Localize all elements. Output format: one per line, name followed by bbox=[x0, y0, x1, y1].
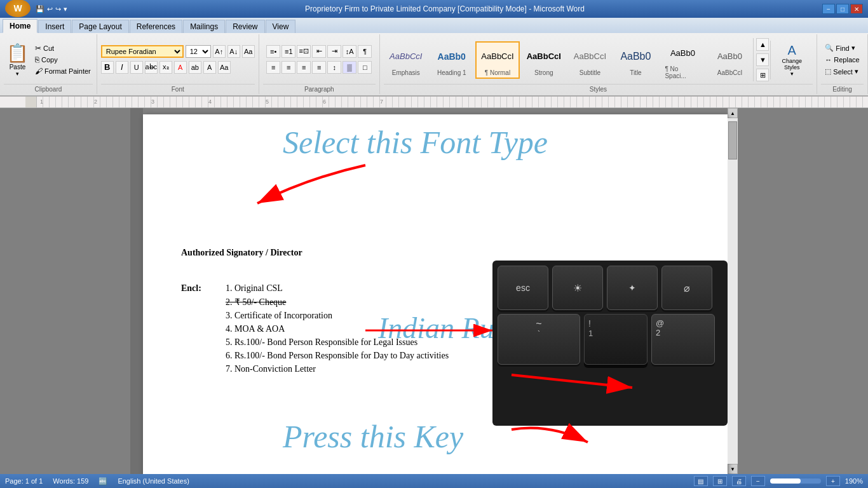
copy-button[interactable]: ⎘ Copy bbox=[33, 55, 93, 65]
align-center-button[interactable]: ≡ bbox=[281, 61, 295, 74]
maximize-button[interactable]: □ bbox=[836, 4, 849, 14]
find-icon: 🔍 bbox=[825, 44, 834, 52]
highlight-button[interactable]: ab bbox=[189, 61, 201, 74]
spell-check-icon[interactable]: 🔤 bbox=[98, 477, 107, 485]
styles-label: Styles bbox=[384, 84, 813, 93]
font-size-select[interactable]: 12 bbox=[186, 45, 211, 58]
style-heading1[interactable]: AaBb0 Heading 1 bbox=[430, 42, 474, 78]
tab-review[interactable]: Review bbox=[226, 20, 264, 33]
clear-format-button[interactable]: Aa bbox=[242, 45, 255, 58]
document-page[interactable]: Select this Font Type Authorized Signato… bbox=[143, 114, 728, 474]
borders-button[interactable]: □ bbox=[358, 61, 372, 74]
left-margin bbox=[130, 108, 143, 474]
view-web-button[interactable]: ⊞ bbox=[713, 476, 727, 486]
paragraph-label: Paragraph bbox=[263, 84, 376, 93]
increase-font-button[interactable]: A↑ bbox=[213, 45, 226, 58]
style-strong[interactable]: AaBbCcI Strong bbox=[521, 42, 566, 78]
language-indicator[interactable]: English (United States) bbox=[118, 477, 189, 485]
style-heading1-preview: AaBb0 bbox=[438, 44, 466, 69]
show-marks-button[interactable]: ¶ bbox=[358, 45, 372, 58]
format-painter-icon: 🖌 bbox=[35, 67, 43, 76]
find-button[interactable]: 🔍 Find ▾ bbox=[822, 43, 862, 53]
format-painter-button[interactable]: 🖌 Format Painter bbox=[33, 66, 93, 76]
styles-group: AaBbCcI Emphasis AaBb0 Heading 1 AaBbCcI… bbox=[380, 34, 817, 94]
copy-label: Copy bbox=[41, 56, 58, 64]
subscript-button[interactable]: x₂ bbox=[159, 61, 172, 74]
zoom-in-button[interactable]: + bbox=[826, 476, 840, 486]
paste-button[interactable]: 📋 Paste ▾ bbox=[4, 41, 31, 78]
ruler-content: 1 2 3 4 5 6 7 bbox=[37, 97, 868, 107]
tab-insert[interactable]: Insert bbox=[38, 20, 71, 33]
quick-access-redo[interactable]: ↪ bbox=[55, 5, 61, 13]
underline-button[interactable]: U bbox=[130, 61, 143, 74]
cut-button[interactable]: ✂ Cut bbox=[33, 43, 93, 53]
quick-access-save[interactable]: 💾 bbox=[36, 5, 44, 13]
paste-dropdown[interactable]: ▾ bbox=[16, 71, 19, 77]
list-item-7: 7. Non-Conviction Letter bbox=[226, 364, 449, 374]
word-count: Words: 159 bbox=[53, 477, 88, 485]
scrollbar-down-button[interactable]: ▼ bbox=[728, 464, 738, 474]
minimize-button[interactable]: − bbox=[822, 4, 835, 14]
tab-references[interactable]: References bbox=[130, 20, 182, 33]
multilevel-list-button[interactable]: ≡⊡ bbox=[297, 45, 311, 58]
quick-access-undo[interactable]: ↩ bbox=[47, 5, 53, 13]
close-button[interactable]: ✕ bbox=[850, 4, 863, 14]
change-styles-button[interactable]: A Change Styles ▾ bbox=[770, 41, 813, 79]
window-title: Proprietory Firm to Private Limited Comp… bbox=[67, 4, 822, 13]
style-emphasis[interactable]: AaBbCcI Emphasis bbox=[384, 42, 428, 78]
increase-indent-button[interactable]: ⇥ bbox=[327, 45, 341, 58]
bullet-list-button[interactable]: ≡• bbox=[266, 45, 280, 58]
line-spacing-button[interactable]: ↕ bbox=[327, 61, 341, 74]
styles-scroll-up[interactable]: ▲ bbox=[756, 38, 769, 51]
style-title[interactable]: AaBb0 Title bbox=[613, 42, 658, 78]
tab-mailings[interactable]: Mailings bbox=[183, 20, 225, 33]
number-list-button[interactable]: ≡1 bbox=[281, 45, 295, 58]
font-name-select[interactable]: Rupee Foradian bbox=[101, 45, 184, 58]
font-name-row: Rupee Foradian 12 A↑ A↓ Aa bbox=[101, 45, 255, 58]
style-subtitle[interactable]: AaBbCcI Subtitle bbox=[567, 42, 612, 78]
tab-page-layout[interactable]: Page Layout bbox=[72, 20, 128, 33]
cut-label: Cut bbox=[43, 44, 54, 52]
decrease-indent-button[interactable]: ⇤ bbox=[312, 45, 326, 58]
select-dropdown[interactable]: ▾ bbox=[855, 67, 858, 76]
change-styles-dropdown[interactable]: ▾ bbox=[790, 71, 794, 77]
align-right-button[interactable]: ≡ bbox=[297, 61, 311, 74]
format-painter-label: Format Painter bbox=[44, 67, 91, 75]
styles-scroll-down[interactable]: ▼ bbox=[756, 53, 769, 66]
zoom-slider[interactable] bbox=[770, 478, 821, 484]
find-label: Find bbox=[836, 44, 849, 52]
title-bar-left: W 💾 ↩ ↪ ▾ bbox=[5, 0, 67, 18]
select-button[interactable]: ⬚ Select ▾ bbox=[822, 66, 862, 77]
align-left-button[interactable]: ≡ bbox=[266, 61, 280, 74]
decrease-font-button[interactable]: A↓ bbox=[227, 45, 240, 58]
styles-expand[interactable]: ⊞ bbox=[756, 69, 769, 81]
tab-home[interactable]: Home bbox=[3, 19, 37, 33]
scrollbar-up-button[interactable]: ▲ bbox=[728, 108, 738, 118]
strikethrough-button[interactable]: ab̶c bbox=[145, 61, 158, 74]
italic-button[interactable]: I bbox=[116, 61, 128, 74]
replace-button[interactable]: ↔ Replace bbox=[822, 55, 862, 65]
change-case-button[interactable]: Aa bbox=[218, 61, 231, 74]
key-f4: ⌀ bbox=[661, 266, 712, 310]
arrow-to-font bbox=[143, 114, 397, 241]
style-aabbcci[interactable]: AaBb0 AaBbCcI bbox=[707, 42, 752, 78]
font-color-button[interactable]: A bbox=[174, 61, 187, 74]
paste-label: Paste bbox=[10, 64, 26, 71]
editing-label: Editing bbox=[821, 84, 864, 93]
find-dropdown[interactable]: ▾ bbox=[851, 44, 855, 52]
align-justify-button[interactable]: ≡ bbox=[312, 61, 326, 74]
office-button[interactable]: W bbox=[5, 0, 31, 17]
style-normal[interactable]: AaBbCcI ¶ Normal bbox=[475, 41, 520, 79]
view-print-button[interactable]: 🖨 bbox=[732, 476, 746, 486]
tab-view[interactable]: View bbox=[266, 20, 296, 33]
scrollbar-thumb[interactable] bbox=[728, 121, 737, 159]
style-emphasis-label: Emphasis bbox=[392, 69, 420, 76]
style-no-spacing[interactable]: AaBb0 ¶ No Spaci... bbox=[659, 38, 706, 81]
bold-button[interactable]: B bbox=[101, 61, 114, 74]
view-normal-button[interactable]: ▤ bbox=[694, 476, 708, 486]
shading-button[interactable]: ▒ bbox=[342, 61, 356, 74]
zoom-out-button[interactable]: − bbox=[751, 476, 765, 486]
text-effects-button[interactable]: A bbox=[203, 61, 216, 74]
v-scrollbar: ▲ ▼ bbox=[728, 108, 738, 474]
sort-button[interactable]: ↕A bbox=[342, 45, 356, 58]
